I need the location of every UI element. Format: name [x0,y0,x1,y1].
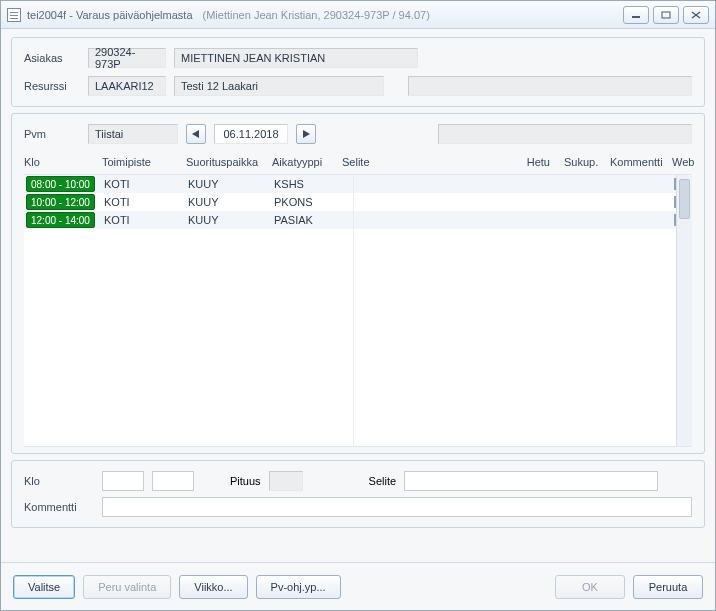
col-hetu: Hetu [468,156,558,168]
date-next-button[interactable] [296,124,316,144]
table-row[interactable]: 10:00 - 12:00KOTIKUUYPKONS [24,193,676,211]
peruuta-button[interactable]: Peruuta [633,575,703,599]
valitse-button[interactable]: Valitse [13,575,75,599]
asiakas-id-field[interactable]: 290324-973P [88,48,166,68]
resurssi-extra-field[interactable] [408,76,692,96]
resurssi-code-field[interactable]: LAAKARI12 [88,76,166,96]
app-window: tei2004f - Varaus päiväohjelmasta (Miett… [0,0,716,611]
cell-aikatyyppi: PKONS [272,196,336,208]
resurssi-name-field[interactable]: Testi 12 Laakari [174,76,384,96]
header-panel: Asiakas 290324-973P MIETTINEN JEAN KRIST… [11,37,705,107]
pv-ohj-button[interactable]: Pv-ohj.yp... [256,575,341,599]
cell-aikatyyppi: KSHS [272,178,336,190]
asiakas-label: Asiakas [24,52,80,64]
svg-marker-4 [192,130,199,138]
date-extra-field[interactable] [438,124,692,144]
peru-valinta-button[interactable]: Peru valinta [83,575,171,599]
col-kommentti: Kommentti [610,156,666,168]
cell-aikatyyppi: PASIAK [272,214,336,226]
grid-body: 08:00 - 10:00KOTIKUUYKSHS10:00 - 12:00KO… [24,174,692,447]
klo-from-input[interactable] [102,471,144,491]
selite-label: Selite [369,475,397,487]
table-row[interactable]: 12:00 - 14:00KOTIKUUYPASIAK [24,211,676,229]
col-sukup: Sukup. [564,156,604,168]
pituus-label: Pituus [230,475,261,487]
klo-label: Klo [24,475,94,487]
pituus-field[interactable] [269,471,303,491]
schedule-panel: Pvm Tiistai 06.11.2018 Klo Toimipiste Su… [11,113,705,454]
selite-input[interactable] [404,471,658,491]
date-field[interactable]: 06.11.2018 [214,124,288,144]
app-icon [7,8,21,22]
svg-rect-0 [632,16,640,18]
time-chip: 08:00 - 10:00 [26,176,95,192]
viikko-button[interactable]: Viikko... [179,575,247,599]
grid-scrollbar[interactable] [676,175,692,446]
klo-to-input[interactable] [152,471,194,491]
ok-button[interactable]: OK [555,575,625,599]
detail-panel: Klo Pituus Selite Kommentti [11,460,705,528]
col-toimipiste: Toimipiste [102,156,180,168]
time-chip: 10:00 - 12:00 [26,194,95,210]
weekday-field[interactable]: Tiistai [88,124,178,144]
cell-suorituspaikka: KUUY [186,214,266,226]
kommentti-input[interactable] [102,497,692,517]
svg-marker-5 [303,130,310,138]
kommentti-label: Kommentti [24,501,94,513]
cell-toimipiste: KOTI [102,196,180,208]
minimize-button[interactable] [623,6,649,24]
close-button[interactable] [683,6,709,24]
cell-suorituspaikka: KUUY [186,178,266,190]
col-web: Web [672,156,698,168]
cell-suorituspaikka: KUUY [186,196,266,208]
maximize-button[interactable] [653,6,679,24]
titlebar: tei2004f - Varaus päiväohjelmasta (Miett… [1,1,715,29]
pvm-label: Pvm [24,128,80,140]
svg-rect-1 [662,12,670,18]
time-chip: 12:00 - 14:00 [26,212,95,228]
col-aikatyyppi: Aikatyyppi [272,156,336,168]
col-selite: Selite [342,156,462,168]
date-prev-button[interactable] [186,124,206,144]
window-code: tei2004f - Varaus päiväohjelmasta [27,9,193,21]
resurssi-label: Resurssi [24,80,80,92]
grid-header: Klo Toimipiste Suorituspaikka Aikatyyppi… [24,154,692,174]
window-subtitle: (Miettinen Jean Kristian, 290324-973P / … [203,9,430,21]
asiakas-name-field[interactable]: MIETTINEN JEAN KRISTIAN [174,48,418,68]
footer: Valitse Peru valinta Viikko... Pv-ohj.yp… [1,562,715,610]
cell-toimipiste: KOTI [102,214,180,226]
col-klo: Klo [24,156,96,168]
table-row[interactable]: 08:00 - 10:00KOTIKUUYKSHS [24,175,676,193]
col-suorituspaikka: Suorituspaikka [186,156,266,168]
cell-toimipiste: KOTI [102,178,180,190]
